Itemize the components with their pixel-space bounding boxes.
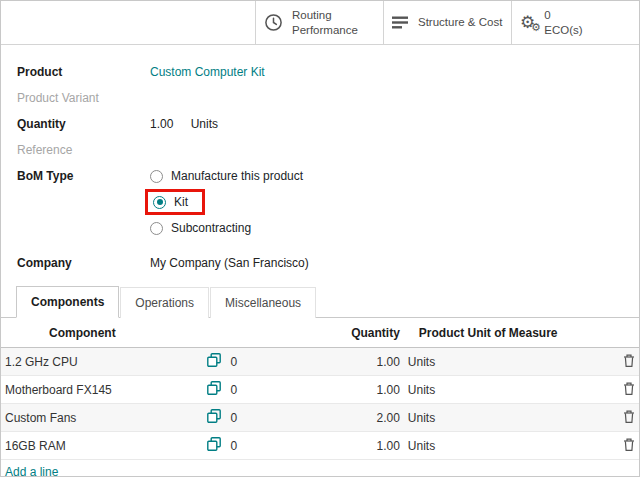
bars-icon <box>392 15 409 30</box>
company-field-row: Company My Company (San Francisco) <box>17 256 623 270</box>
radio-manufacture-circle[interactable] <box>150 170 163 183</box>
company-value[interactable]: My Company (San Francisco) <box>150 256 309 270</box>
reference-field-row: Reference <box>17 143 623 157</box>
product-variant-field-row: Product Variant <box>17 91 623 105</box>
bom-form: Product Custom Computer Kit Product Vari… <box>1 45 639 270</box>
quantity-cell[interactable]: 1.00 <box>284 376 404 404</box>
company-label: Company <box>17 256 150 270</box>
kit-highlight-box: Kit <box>145 189 205 215</box>
quantity-cell[interactable]: 1.00 <box>284 348 404 376</box>
stat-button-bar: Routing Performance Structure & Cost ⚙⚙ … <box>1 1 639 45</box>
product-link[interactable]: Custom Computer Kit <box>150 65 265 79</box>
copy-icon[interactable] <box>207 381 221 395</box>
eco-button[interactable]: ⚙⚙ 0 ECO(s) <box>511 1 639 44</box>
operation-count: 0 <box>226 432 284 460</box>
bom-type-label: BoM Type <box>17 169 150 183</box>
reference-label: Reference <box>17 143 150 157</box>
quantity-value-wrap[interactable]: 1.00 Units <box>150 117 218 131</box>
bom-type-options: Manufacture this product Kit Subcontract… <box>150 169 303 244</box>
copy-icon[interactable] <box>207 353 221 367</box>
eco-count: 0 <box>544 8 582 22</box>
radio-subcontracting-circle[interactable] <box>150 222 163 235</box>
tab-miscellaneous[interactable]: Miscellaneous <box>210 287 316 318</box>
product-label: Product <box>17 65 150 79</box>
trash-icon[interactable] <box>623 354 635 367</box>
table-header-row: Component Quantity Product Unit of Measu… <box>1 318 639 348</box>
trash-icon[interactable] <box>623 382 635 395</box>
quantity-uom: Units <box>191 117 218 131</box>
structure-cost-label: Structure & Cost <box>418 15 502 29</box>
eco-label: 0 ECO(s) <box>544 8 582 37</box>
routing-performance-label: Routing Performance <box>292 8 375 37</box>
product-variant-label: Product Variant <box>17 91 150 105</box>
table-row[interactable]: 16GB RAM 0 1.00 Units <box>1 432 639 460</box>
quantity-field-row: Quantity 1.00 Units <box>17 117 623 131</box>
radio-subcontracting[interactable]: Subcontracting <box>150 221 303 235</box>
component-name-cell[interactable]: 16GB RAM <box>1 432 201 460</box>
header-uom: Product Unit of Measure <box>404 318 581 348</box>
trash-icon[interactable] <box>623 410 635 423</box>
quantity-value[interactable]: 1.00 <box>150 117 173 131</box>
component-name-cell[interactable]: Motherboard FX145 <box>1 376 201 404</box>
quantity-cell[interactable]: 2.00 <box>284 404 404 432</box>
tab-components[interactable]: Components <box>16 286 119 318</box>
uom-cell[interactable]: Units <box>404 432 581 460</box>
radio-kit-label: Kit <box>174 195 188 209</box>
trash-icon[interactable] <box>623 438 635 451</box>
quantity-label: Quantity <box>17 117 150 131</box>
bom-form-page: Routing Performance Structure & Cost ⚙⚙ … <box>0 0 640 477</box>
structure-cost-button[interactable]: Structure & Cost <box>383 1 511 44</box>
components-table: Component Quantity Product Unit of Measu… <box>1 318 639 477</box>
uom-cell[interactable]: Units <box>404 348 581 376</box>
radio-kit[interactable]: Kit <box>153 195 188 209</box>
radio-manufacture[interactable]: Manufacture this product <box>150 169 303 183</box>
uom-cell[interactable]: Units <box>404 376 581 404</box>
product-field-row: Product Custom Computer Kit <box>17 65 623 79</box>
table-row[interactable]: Motherboard FX145 0 1.00 Units <box>1 376 639 404</box>
radio-manufacture-label: Manufacture this product <box>171 169 303 183</box>
clock-icon <box>264 13 283 32</box>
operation-count: 0 <box>226 404 284 432</box>
header-component: Component <box>1 318 201 348</box>
table-row[interactable]: 1.2 GHz CPU 0 1.00 Units <box>1 348 639 376</box>
notebook-tabs: Components Operations Miscellaneous <box>1 286 639 318</box>
copy-icon[interactable] <box>207 437 221 451</box>
routing-performance-button[interactable]: Routing Performance <box>255 1 383 44</box>
add-line-row: Add a line <box>1 460 639 477</box>
tab-operations[interactable]: Operations <box>120 287 209 318</box>
copy-icon[interactable] <box>207 409 221 423</box>
table-row[interactable]: Custom Fans 0 2.00 Units <box>1 404 639 432</box>
operation-count: 0 <box>226 376 284 404</box>
header-quantity: Quantity <box>284 318 404 348</box>
component-name-cell[interactable]: 1.2 GHz CPU <box>1 348 201 376</box>
uom-cell[interactable]: Units <box>404 404 581 432</box>
component-name-cell[interactable]: Custom Fans <box>1 404 201 432</box>
radio-subcontracting-label: Subcontracting <box>171 221 251 235</box>
eco-text: ECO(s) <box>544 23 582 37</box>
operation-count: 0 <box>226 348 284 376</box>
radio-kit-circle[interactable] <box>153 196 166 209</box>
gears-icon: ⚙⚙ <box>520 14 535 31</box>
quantity-cell[interactable]: 1.00 <box>284 432 404 460</box>
bom-type-field-row: BoM Type Manufacture this product Kit Su… <box>17 169 623 244</box>
add-a-line-link[interactable]: Add a line <box>5 465 58 477</box>
